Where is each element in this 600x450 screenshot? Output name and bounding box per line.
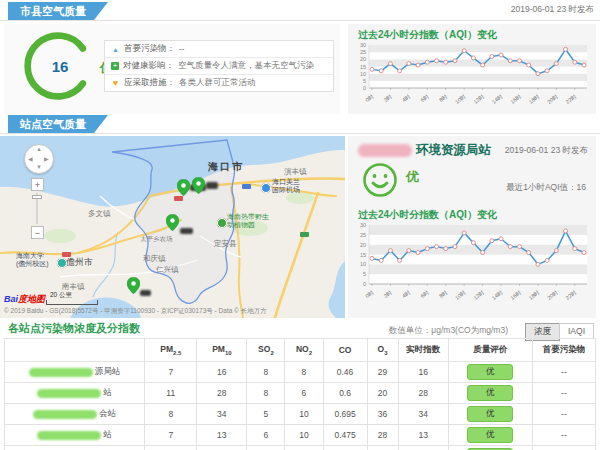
value-cell: 9 [367,446,398,450]
pan-up-icon[interactable]: ▲ [36,146,42,152]
park-icon[interactable] [217,218,227,228]
primary-pollutant-cell: -- [532,383,595,404]
divider [0,20,600,21]
city-chart-panel: 过去24小时分指数（AQI）变化 0510152025300时2时4时6时8时1… [348,24,596,114]
value-cell: 0.475 [323,425,367,446]
value-cell: 0.695 [323,404,367,425]
road-shield [300,232,309,237]
column-header: 实时指数 [398,339,448,362]
svg-text:25: 25 [360,49,366,55]
table-row: 站7136100.4752813优-- [5,425,596,446]
map-label: 演丰镇 [284,167,307,177]
svg-text:16时: 16时 [509,93,522,105]
zoom-slider-thumb[interactable] [32,195,42,199]
zoom-out-button[interactable]: − [31,226,44,239]
info-text: -- [179,44,185,54]
value-cell: 24 [197,446,247,450]
rating-badge: 优 [467,364,513,380]
redacted-station-name [358,144,412,157]
air-quality-dashboard: 市县空气质量 2019-06-01 23 时发布 16 优 ▲首要污染物：--+… [0,0,600,450]
pan-down-icon[interactable]: ▼ [36,164,42,170]
svg-text:20: 20 [360,242,366,248]
redacted-station-name [37,431,101,440]
column-header: PM10 [197,339,247,362]
pan-right-icon[interactable]: ▶ [44,155,49,162]
svg-text:0: 0 [363,85,366,91]
station-map-pin-icon[interactable] [192,177,205,194]
flask-icon: ▲ [111,46,120,53]
recent-aqi-label: 最近1小时AQI值： [506,182,576,192]
column-header: 质量评价 [448,339,532,362]
pan-left-icon[interactable]: ◀ [28,155,33,162]
value-cell: 16 [398,362,448,383]
value-cell: 6 [285,383,323,404]
svg-text:15: 15 [360,252,366,258]
table-row: 站9246210.181924优-- [5,446,596,450]
toggle-inactive[interactable]: IAQI [559,323,594,339]
info-row: +对健康影响：空气质量令人满意，基本无空气污染 [105,58,333,75]
map-label: 太平乡农场 [140,235,173,244]
redacted-map-label [206,182,218,189]
svg-text:30: 30 [360,222,366,228]
recent-aqi-value: 16 [577,182,586,192]
value-cell: 28 [398,383,448,404]
tab-station-air-quality[interactable]: 站点空气质量 [8,115,108,133]
svg-text:0时: 0时 [364,93,375,103]
station-name: 环境资源局站 [416,142,491,159]
value-cell: 6 [247,446,285,450]
station-map-pin-icon[interactable] [127,277,140,294]
value-cell: 34 [398,404,448,425]
value-cell: 8 [145,404,197,425]
redacted-station-name [37,389,101,398]
value-cell: 13 [398,425,448,446]
svg-text:8时: 8时 [438,93,449,103]
info-label: 首要污染物： [124,43,175,55]
svg-text:2时: 2时 [383,93,394,103]
value-cell: 29 [367,362,398,383]
table-header-row: PM2.5PM10SO2NO2COO3实时指数质量评价首要污染物 [5,339,596,362]
svg-text:20: 20 [360,56,366,62]
primary-pollutant-cell: -- [532,362,595,383]
svg-text:22时: 22时 [565,93,578,105]
svg-text:10时: 10时 [454,289,467,301]
heart-icon: ♥ [111,78,120,88]
value-cell: 28 [367,425,398,446]
value-cell: 6 [247,425,285,446]
table-title: 各站点污染物浓度及分指数 [8,321,140,336]
map-label: 海口市 [208,160,244,174]
value-cell: 34 [197,404,247,425]
tab-city-air-quality[interactable]: 市县空气质量 [8,2,108,20]
svg-text:6时: 6时 [419,93,430,103]
baidu-map[interactable]: 海口市儋州市定安县演丰镇多文镇和庆镇仁兴镇南丰镇太平乡农场海口美兰 国际机场海南… [0,136,345,318]
value-cell: 8 [247,362,285,383]
svg-text:4时: 4时 [401,93,412,103]
road-shield [242,184,251,189]
map-pan-control[interactable]: ▲ ▼ ◀ ▶ [24,144,54,174]
svg-text:30: 30 [360,42,366,48]
university-icon[interactable] [57,258,67,268]
rating-badge: 优 [467,427,513,443]
road-shield [174,196,183,201]
aqi-value: 16 [38,58,82,75]
svg-text:10: 10 [360,261,366,267]
svg-text:10时: 10时 [454,93,467,105]
column-header: O3 [367,339,398,362]
value-cell: 28 [197,383,247,404]
value-cell: 7 [145,425,197,446]
map-label: 定安县 [214,239,237,249]
redacted-map-label [180,228,193,234]
map-scale-label: 20 公里 [50,291,72,300]
airport-icon[interactable] [261,183,271,193]
redacted-station-name [33,410,97,419]
svg-text:12时: 12时 [472,289,485,301]
station-map-pin-icon[interactable] [166,214,179,231]
table-row: 会站8345100.6953634优-- [5,404,596,425]
zoom-in-button[interactable]: + [31,178,44,191]
station-level: 优 [406,168,419,186]
station-map-pin-icon[interactable] [177,179,190,196]
rating-badge: 优 [467,385,513,401]
map-poi-label: 海南大学 (儋州校区) [16,252,49,268]
value-cell: 36 [367,404,398,425]
pollutant-table: PM2.5PM10SO2NO2COO3实时指数质量评价首要污染物 源局站7168… [4,338,596,450]
value-cell: 8 [247,383,285,404]
